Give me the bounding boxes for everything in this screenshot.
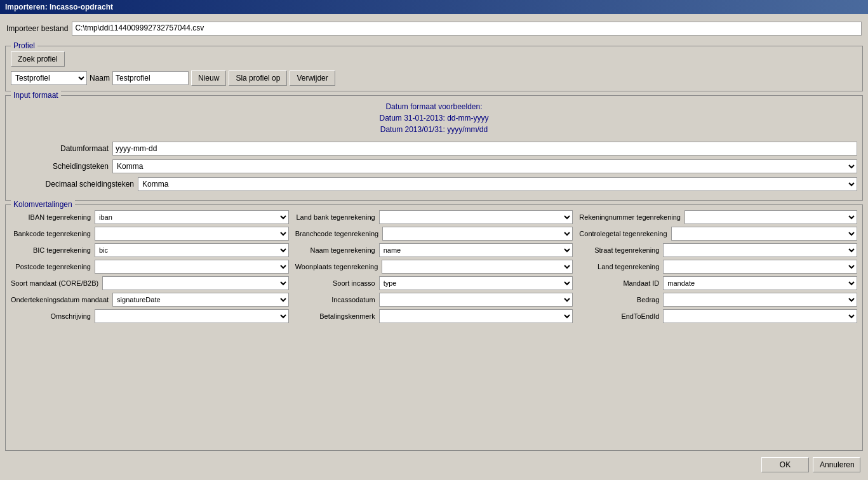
kol-row: Land tegenrekeningibanbicnametypemandate… bbox=[579, 260, 857, 274]
kol-label: Land tegenrekening bbox=[579, 263, 662, 270]
kol-row: Bankcode tegenrekeningibanbicnametypeman… bbox=[11, 227, 289, 241]
profiel-title: Profiel bbox=[11, 41, 37, 50]
datumformaat-row: Datumformaat bbox=[11, 142, 857, 156]
kol-row: EndToEndIdibanbicnametypemandatesignatur… bbox=[579, 309, 857, 323]
kolomvertalingen-title: Kolomvertalingen bbox=[11, 200, 75, 209]
profiel-row2: Testprofiel Naam Nieuw Sla profiel op Ve… bbox=[11, 70, 857, 86]
kol-label: Land bank tegenrekening bbox=[295, 213, 378, 221]
ok-button[interactable]: OK bbox=[761, 457, 809, 472]
nieuw-button[interactable]: Nieuw bbox=[191, 70, 226, 86]
input-format-title: Input formaat bbox=[11, 91, 61, 100]
kol-select[interactable]: ibanbicnametypemandatesignatureDateamoun… bbox=[95, 260, 289, 274]
kol-label: Rekeningnummer tegenrekening bbox=[579, 213, 683, 221]
kol-label: Bedrag bbox=[579, 296, 662, 303]
sla-profiel-op-button[interactable]: Sla profiel op bbox=[229, 70, 287, 86]
scheidingsteken-label: Scheidingsteken bbox=[11, 162, 112, 171]
kol-row: Postcode tegenrekeningibanbicnametypeman… bbox=[11, 260, 289, 274]
annuleren-button[interactable]: Annuleren bbox=[813, 457, 860, 472]
window-title: Importeren: Incasso-opdracht bbox=[5, 3, 113, 11]
date-examples: Datum formaat voorbeelden: Datum 31-01-2… bbox=[11, 101, 857, 135]
kol-label: Betalingskenmerk bbox=[295, 312, 378, 320]
kol-select[interactable]: ibanbicnametypemandatesignatureDateamoun… bbox=[663, 260, 857, 274]
scheidingsteken-row: Scheidingsteken Komma Puntkomma Tab Spat… bbox=[11, 159, 857, 173]
kol-row: Soort incassoibanbicnametypemandatesigna… bbox=[295, 276, 573, 290]
kol-label: Controlegetal tegenrekening bbox=[579, 230, 669, 237]
kol-select[interactable]: ibanbicnametypemandatesignatureDateamoun… bbox=[671, 227, 857, 241]
decimaal-select[interactable]: Komma Puntkomma Punt bbox=[138, 177, 857, 191]
kol-select[interactable]: ibanbicnametypemandatesignatureDateamoun… bbox=[684, 210, 857, 224]
kol-select[interactable]: ibanbicnametypemandatesignatureDateamoun… bbox=[379, 276, 573, 290]
kol-select[interactable]: ibanbicnametypemandatesignatureDateamoun… bbox=[102, 276, 288, 290]
scheidingsteken-select[interactable]: Komma Puntkomma Tab Spatie bbox=[112, 159, 857, 173]
kolomvertalingen-section: Kolomvertalingen IBAN tegenrekeningibanb… bbox=[5, 204, 863, 451]
input-format-section: Input formaat Datum formaat voorbeelden:… bbox=[5, 95, 863, 201]
kol-label: IBAN tegenrekening bbox=[11, 213, 93, 221]
kol-label: Postcode tegenrekening bbox=[11, 263, 93, 270]
kol-select[interactable]: ibanbicnametypemandatesignatureDateamoun… bbox=[379, 210, 573, 224]
kol-label: Branchcode tegenrekening bbox=[295, 230, 381, 237]
kol-label: BIC tegenrekening bbox=[11, 246, 93, 254]
kol-select[interactable]: ibanbicnametypemandatesignatureDateamoun… bbox=[379, 293, 573, 307]
kol-select[interactable]: ibanbicnametypemandatesignatureDateamoun… bbox=[379, 243, 573, 257]
date-example-line2: Datum 31-01-2013: dd-mm-yyyy bbox=[11, 112, 857, 124]
profiel-section: Profiel Zoek profiel Testprofiel Naam Ni… bbox=[5, 46, 863, 91]
naam-label: Naam bbox=[90, 74, 110, 83]
date-example-line1: Datum formaat voorbeelden: bbox=[11, 101, 857, 112]
kol-row: Betalingskenmerkibanbicnametypemandatesi… bbox=[295, 309, 573, 323]
kol-label: Bankcode tegenrekening bbox=[11, 230, 93, 237]
kol-label: Woonplaats tegenrekening bbox=[295, 263, 381, 270]
profiel-dropdown[interactable]: Testprofiel bbox=[11, 71, 87, 85]
kol-label: EndToEndId bbox=[579, 312, 662, 320]
kol-row: Omschrijvingibanbicnametypemandatesignat… bbox=[11, 309, 289, 323]
kol-select[interactable]: ibanbicnametypemandatesignatureDateamoun… bbox=[112, 293, 289, 307]
kol-row: Woonplaats tegenrekeningibanbicnametypem… bbox=[295, 260, 573, 274]
kol-select[interactable]: ibanbicnametypemandatesignatureDateamoun… bbox=[663, 243, 857, 257]
kol-label: Straat tegenrekening bbox=[579, 246, 662, 254]
kol-label: Omschrijving bbox=[11, 312, 93, 320]
zoek-profiel-button[interactable]: Zoek profiel bbox=[11, 51, 65, 67]
kol-label: Soort incasso bbox=[295, 279, 378, 287]
kol-select[interactable]: ibanbicnametypemandatesignatureDateamoun… bbox=[95, 227, 289, 241]
kol-label: Mandaat ID bbox=[579, 279, 662, 287]
kol-label: Naam tegenrekening bbox=[295, 246, 378, 254]
file-label: Importeer bestand bbox=[6, 24, 68, 33]
kol-select[interactable]: ibanbicnametypemandatesignatureDateamoun… bbox=[382, 260, 573, 274]
kol-label: Incassodatum bbox=[295, 296, 378, 303]
kol-select[interactable]: ibanbicnametypemandatesignatureDateamoun… bbox=[663, 309, 857, 323]
kol-select[interactable]: ibanbicnametypemandatesignatureDateamoun… bbox=[95, 309, 289, 323]
kolomvertalingen-grid: IBAN tegenrekeningibanbicnametypemandate… bbox=[11, 210, 857, 323]
file-path: C:\tmp\ddi1144009992732757044.csv bbox=[72, 22, 862, 36]
verwijder-button[interactable]: Verwijder bbox=[290, 70, 335, 86]
kol-row: Ondertekeningsdatum mandaatibanbicnamety… bbox=[11, 293, 289, 307]
kol-row: BIC tegenrekeningibanbicnametypemandates… bbox=[11, 243, 289, 257]
datumformaat-input[interactable] bbox=[112, 142, 857, 156]
naam-input[interactable] bbox=[112, 71, 189, 85]
kol-row: Rekeningnummer tegenrekeningibanbicnamet… bbox=[579, 210, 857, 224]
decimaal-row: Decimaal scheidingsteken Komma Puntkomma… bbox=[11, 177, 857, 191]
kol-select[interactable]: ibanbicnametypemandatesignatureDateamoun… bbox=[663, 293, 857, 307]
datumformaat-label: Datumformaat bbox=[11, 144, 112, 153]
kol-label: Soort mandaat (CORE/B2B) bbox=[11, 279, 101, 287]
date-example-line3: Datum 2013/01/31: yyyy/mm/dd bbox=[11, 124, 857, 135]
kol-select[interactable]: ibanbicnametypemandatesignatureDateamoun… bbox=[95, 243, 289, 257]
kol-select[interactable]: ibanbicnametypemandatesignatureDateamoun… bbox=[663, 276, 857, 290]
kol-label: Ondertekeningsdatum mandaat bbox=[11, 296, 111, 303]
kol-row: Soort mandaat (CORE/B2B)ibanbicnametypem… bbox=[11, 276, 289, 290]
profiel-row1: Zoek profiel bbox=[11, 51, 857, 67]
bottom-buttons: OK Annuleren bbox=[5, 455, 863, 475]
kol-row: Incassodatumibanbicnametypemandatesignat… bbox=[295, 293, 573, 307]
kol-select[interactable]: ibanbicnametypemandatesignatureDateamoun… bbox=[382, 227, 573, 241]
kol-row: Naam tegenrekeningibanbicnametypemandate… bbox=[295, 243, 573, 257]
file-row: Importeer bestand C:\tmp\ddi114400999273… bbox=[5, 19, 863, 38]
kol-select[interactable]: ibanbicnametypemandatesignatureDateamoun… bbox=[379, 309, 573, 323]
kol-row: Land bank tegenrekeningibanbicnametypema… bbox=[295, 210, 573, 224]
kol-row: Straat tegenrekeningibanbicnametypemanda… bbox=[579, 243, 857, 257]
kol-row: Controlegetal tegenrekeningibanbicnamety… bbox=[579, 227, 857, 241]
kol-row: Branchcode tegenrekeningibanbicnametypem… bbox=[295, 227, 573, 241]
kol-select[interactable]: ibanbicnametypemandatesignatureDateamoun… bbox=[95, 210, 289, 224]
decimaal-label: Decimaal scheidingsteken bbox=[11, 180, 138, 189]
kol-row: Mandaat IDibanbicnametypemandatesignatur… bbox=[579, 276, 857, 290]
kol-row: BedragibanbicnametypemandatesignatureDat… bbox=[579, 293, 857, 307]
kol-row: IBAN tegenrekeningibanbicnametypemandate… bbox=[11, 210, 289, 224]
